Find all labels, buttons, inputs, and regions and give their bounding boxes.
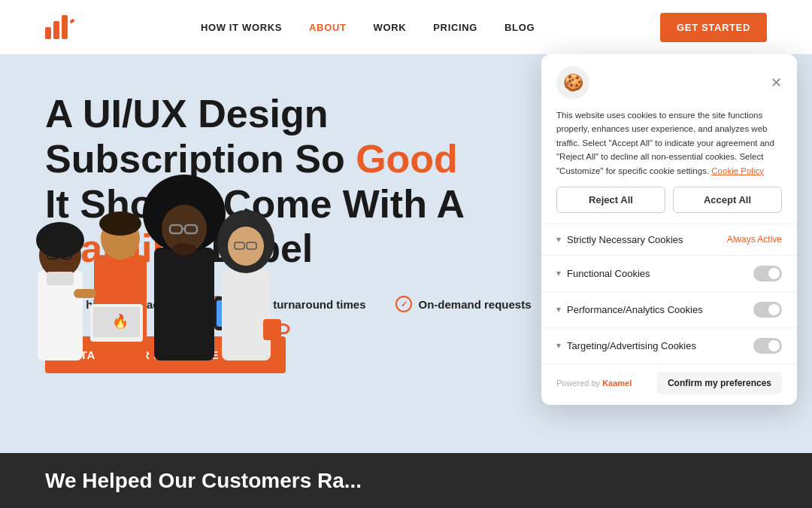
targeting-toggle[interactable] (753, 338, 782, 354)
svg-rect-0 (45, 27, 51, 39)
svg-point-9 (36, 222, 84, 258)
svg-rect-1 (53, 21, 59, 39)
navbar: HOW IT WORKS ABOUT WORK PRICING BLOG GET… (0, 0, 812, 54)
always-active-label: Always Active (727, 234, 782, 245)
nav-work[interactable]: WORK (374, 22, 407, 33)
accept-all-button[interactable]: Accept All (673, 187, 782, 213)
close-button[interactable]: ✕ (771, 76, 782, 90)
svg-rect-3 (69, 19, 74, 24)
cookie-header: 🍪 ✕ (541, 54, 797, 105)
footer-text: We Helped Our Customers Ra... (45, 469, 362, 493)
chevron-functional-icon[interactable]: ▾ (556, 268, 561, 278)
svg-point-29 (228, 227, 264, 266)
cookie-policy-link[interactable]: Cookie Policy (711, 166, 764, 175)
nav-blog[interactable]: BLOG (504, 22, 535, 33)
person-2: 🔥 (74, 211, 147, 360)
svg-rect-18 (154, 248, 214, 360)
nav-links: HOW IT WORKS ABOUT WORK PRICING BLOG (201, 22, 535, 33)
chevron-analytics-icon[interactable]: ▾ (556, 304, 561, 315)
chevron-necessary-icon[interactable]: ▾ (556, 234, 561, 245)
cookie-icon: 🍪 (556, 66, 589, 99)
cookie-functional-label: Functional Cookies (567, 268, 650, 279)
get-started-button[interactable]: GET STARTED (660, 13, 767, 42)
logo (45, 15, 75, 39)
svg-rect-2 (62, 15, 68, 39)
footer-bar: We Helped Our Customers Ra... (0, 453, 812, 508)
cookie-necessary-label: Strictly Necessary Cookies (567, 234, 683, 245)
cookie-item-analytics: ▾ Performance/Analytics Cookies (541, 291, 797, 327)
cookie-body-text: This website uses cookies to ensure the … (541, 105, 797, 187)
nav-pricing[interactable]: PRICING (433, 22, 477, 33)
confirm-preferences-button[interactable]: Confirm my preferences (657, 372, 782, 394)
kaamel-link[interactable]: Kaamel (602, 379, 632, 388)
cookie-targeting-label: Targeting/Advertising Cookies (567, 340, 696, 351)
cookie-actions: Reject All Accept All (541, 187, 797, 224)
analytics-toggle[interactable] (753, 302, 782, 318)
cookie-analytics-label: Performance/Analytics Cookies (567, 304, 703, 315)
svg-point-24 (172, 243, 196, 255)
svg-text:🔥: 🔥 (112, 313, 129, 330)
powered-by-text: Powered by Kaamel (556, 379, 632, 388)
svg-point-13 (99, 211, 141, 236)
nav-how-it-works[interactable]: HOW IT WORKS (201, 22, 282, 33)
svg-rect-32 (263, 319, 281, 340)
people-illustration: 🔥 (23, 157, 549, 398)
person-4 (217, 210, 289, 360)
cookie-item-necessary: ▾ Strictly Necessary Cookies Always Acti… (541, 224, 797, 255)
svg-rect-17 (74, 289, 96, 298)
cookie-modal: 🍪 ✕ This website uses cookies to ensure … (541, 54, 797, 405)
cookie-item-functional: ▾ Functional Cookies (541, 255, 797, 291)
functional-toggle[interactable] (753, 266, 782, 281)
reject-all-button[interactable]: Reject All (556, 187, 665, 213)
chevron-targeting-icon[interactable]: ▾ (556, 340, 561, 351)
person-3 (143, 175, 234, 360)
nav-about[interactable]: ABOUT (309, 22, 346, 33)
svg-rect-10 (47, 272, 74, 285)
svg-rect-27 (222, 270, 271, 360)
logo-icon (45, 15, 75, 39)
cookie-footer: Powered by Kaamel Confirm my preferences (541, 364, 797, 405)
cookie-item-targeting: ▾ Targeting/Advertising Cookies (541, 327, 797, 364)
